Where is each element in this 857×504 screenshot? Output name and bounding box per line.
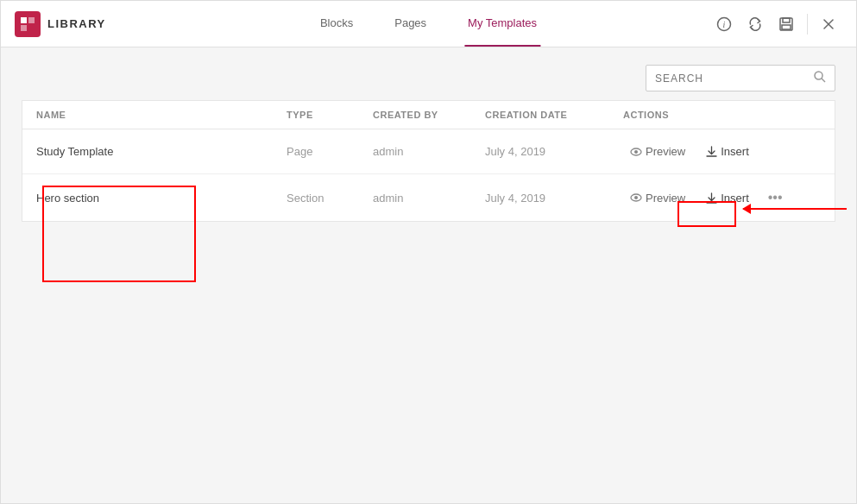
logo-icon <box>15 11 41 37</box>
row1-insert-label: Insert <box>721 145 749 158</box>
table-row: Study Template Page admin July 4, 2019 P… <box>22 129 835 174</box>
header: LIBRARY Blocks Pages My Templates i <box>1 1 856 47</box>
row1-actions: Preview Insert <box>623 142 821 161</box>
header-divider <box>807 14 808 35</box>
row1-created-by: admin <box>373 145 485 158</box>
tab-my-templates[interactable]: My Templates <box>464 1 540 47</box>
svg-text:i: i <box>723 20 726 29</box>
row1-insert-button[interactable]: Insert <box>699 142 756 161</box>
svg-rect-7 <box>782 25 791 29</box>
data-table: NAME TYPE CREATED BY CREATION DATE ACTIO… <box>22 100 835 222</box>
tab-pages[interactable]: Pages <box>391 1 430 47</box>
svg-rect-0 <box>21 17 27 23</box>
content-area: NAME TYPE CREATED BY CREATION DATE ACTIO… <box>1 47 856 503</box>
row2-actions: Preview Insert ••• <box>623 186 821 209</box>
search-icon[interactable] <box>814 71 826 85</box>
save-button[interactable] <box>772 10 800 38</box>
row2-more-button[interactable]: ••• <box>763 186 788 209</box>
table-header: NAME TYPE CREATED BY CREATION DATE ACTIO… <box>22 101 835 129</box>
col-actions: ACTIONS <box>623 110 821 120</box>
row2-preview-label: Preview <box>646 192 685 205</box>
row2-type: Section <box>287 192 373 205</box>
svg-point-13 <box>634 150 638 154</box>
logo-text: LIBRARY <box>47 17 106 30</box>
nav-tabs: Blocks Pages My Templates <box>317 1 540 47</box>
row1-type: Page <box>287 145 373 158</box>
row1-name: Study Template <box>36 145 287 158</box>
search-container <box>1 47 856 100</box>
help-button[interactable]: i <box>710 10 738 38</box>
col-name: NAME <box>36 110 287 120</box>
logo: LIBRARY <box>15 11 118 37</box>
svg-rect-2 <box>21 25 27 31</box>
header-actions: i <box>710 10 842 38</box>
svg-point-17 <box>634 196 638 199</box>
row2-created-by: admin <box>373 192 485 205</box>
close-button[interactable] <box>815 10 842 38</box>
row1-preview-label: Preview <box>646 145 685 158</box>
row2-preview-button[interactable]: Preview <box>623 188 692 208</box>
col-date: CREATION DATE <box>485 110 623 120</box>
svg-point-10 <box>815 72 822 79</box>
svg-rect-6 <box>783 18 790 22</box>
search-box <box>646 65 835 91</box>
row1-date: July 4, 2019 <box>485 145 623 158</box>
row2-date: July 4, 2019 <box>485 192 623 205</box>
row2-insert-label: Insert <box>721 192 749 205</box>
svg-line-11 <box>822 79 825 82</box>
row2-insert-button[interactable]: Insert <box>699 188 756 208</box>
row2-name: Hero section <box>36 192 287 205</box>
col-type: TYPE <box>287 110 373 120</box>
svg-rect-1 <box>28 17 35 23</box>
refresh-button[interactable] <box>741 10 769 38</box>
tab-blocks[interactable]: Blocks <box>317 1 356 47</box>
col-created-by: CREATED BY <box>373 110 485 120</box>
row1-preview-button[interactable]: Preview <box>623 142 692 161</box>
search-input[interactable] <box>655 72 814 85</box>
table-row: Hero section Section admin July 4, 2019 … <box>22 174 835 221</box>
